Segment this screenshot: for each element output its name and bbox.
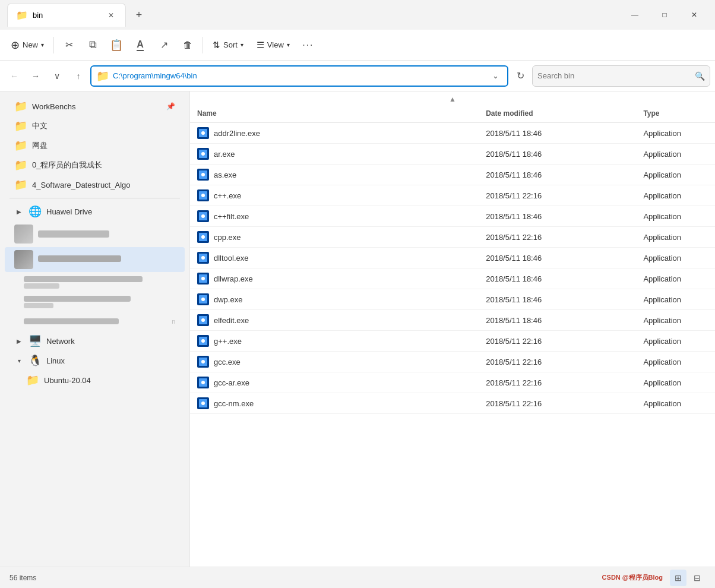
- detail-view-button[interactable]: ⊟: [689, 570, 705, 586]
- exe-icon-13: [197, 397, 209, 409]
- delete-button[interactable]: 🗑: [176, 34, 199, 56]
- share-button[interactable]: ↗: [153, 34, 175, 56]
- close-button[interactable]: ✕: [681, 5, 708, 24]
- view-dropdown-icon: ▾: [287, 42, 290, 48]
- file-date-6: 2018/5/11 18:46: [479, 248, 636, 268]
- file-date-8: 2018/5/11 18:46: [479, 289, 636, 310]
- list-view-button[interactable]: ⊞: [670, 570, 686, 586]
- refresh-button[interactable]: ↻: [511, 67, 530, 86]
- file-date-11: 2018/5/11 22:16: [479, 352, 636, 372]
- back-button[interactable]: ←: [5, 67, 24, 86]
- address-dropdown-button[interactable]: ⌄: [488, 69, 502, 83]
- back-icon: ←: [10, 71, 18, 81]
- table-row[interactable]: c++.exe 2018/5/11 22:16 Application: [190, 185, 715, 206]
- sidebar-item-wangpan[interactable]: 📁 网盘: [5, 136, 185, 155]
- sidebar-blurred-item-1[interactable]: [5, 222, 185, 246]
- sidebar-item-zhongwen[interactable]: 📁 中文: [5, 116, 185, 135]
- exe-icon-dot-8: [201, 298, 205, 301]
- file-name-5: cpp.exe: [214, 233, 241, 242]
- sort-button[interactable]: ⇅ Sort ▾: [207, 34, 249, 56]
- address-input[interactable]: [113, 71, 485, 80]
- table-row[interactable]: dlltool.exe 2018/5/11 18:46 Application: [190, 248, 715, 268]
- sidebar-item-algo[interactable]: 📁 4_Software_Datestruct_Algo: [5, 175, 185, 194]
- file-date-1: 2018/5/11 18:46: [479, 144, 636, 165]
- forward-button[interactable]: →: [26, 67, 45, 86]
- network-label: Network: [46, 337, 75, 346]
- exe-icon-inner-0: [199, 129, 207, 137]
- recent-button[interactable]: ∨: [48, 67, 67, 86]
- search-icon[interactable]: 🔍: [695, 71, 705, 81]
- file-name-12: gcc-ar.exe: [214, 378, 249, 387]
- exe-icon-dot-3: [201, 194, 205, 197]
- table-row[interactable]: ar.exe 2018/5/11 18:46 Application: [190, 144, 715, 165]
- table-row[interactable]: cpp.exe 2018/5/11 22:16 Application: [190, 227, 715, 248]
- table-row[interactable]: gcc-nm.exe 2018/5/11 22:16 Application: [190, 393, 715, 414]
- search-input[interactable]: [537, 71, 691, 80]
- sort-label: Sort: [223, 40, 238, 49]
- copy-button[interactable]: ⧉: [81, 34, 104, 56]
- table-row[interactable]: as.exe 2018/5/11 18:46 Application: [190, 165, 715, 185]
- view-button[interactable]: ☰ View ▾: [251, 34, 296, 56]
- rename-button[interactable]: A: [129, 34, 151, 56]
- table-row[interactable]: dllwrap.exe 2018/5/11 18:46 Application: [190, 268, 715, 289]
- table-row[interactable]: g++.exe 2018/5/11 22:16 Application: [190, 331, 715, 352]
- sidebar-selected-blurred-item[interactable]: [5, 247, 185, 272]
- cut-button[interactable]: ✂: [58, 34, 80, 56]
- file-name-0: addr2line.exe: [214, 129, 260, 138]
- table-row[interactable]: c++filt.exe 2018/5/11 18:46 Application: [190, 206, 715, 227]
- exe-icon-inner-11: [199, 358, 207, 366]
- minimize-button[interactable]: —: [621, 5, 648, 24]
- address-bar[interactable]: 📁 ⌄: [90, 65, 508, 87]
- exe-icon-8: [197, 293, 209, 305]
- file-name-6: dlltool.exe: [214, 254, 249, 263]
- file-type-12: Application: [636, 372, 715, 393]
- sidebar-item-label: 中文: [32, 121, 48, 131]
- up-button[interactable]: ↑: [69, 67, 88, 86]
- file-date-0: 2018/5/11 18:46: [479, 123, 636, 144]
- sidebar-item-workbenchs[interactable]: 📁 WorkBenchs 📌: [5, 97, 185, 116]
- table-row[interactable]: dwp.exe 2018/5/11 18:46 Application: [190, 289, 715, 310]
- sidebar-item-linux[interactable]: ▾ 🐧 Linux: [5, 351, 185, 370]
- rename-icon: A: [137, 39, 144, 51]
- tab-close-button[interactable]: ✕: [105, 10, 117, 21]
- sidebar-item-huawei-drive[interactable]: ▶ 🌐 Huawei Drive: [5, 202, 185, 221]
- add-tab-button[interactable]: +: [128, 4, 150, 26]
- window-controls: — □ ✕: [621, 5, 708, 24]
- file-name-cell-0: addr2line.exe: [190, 123, 479, 144]
- sidebar-item-network[interactable]: ▶ 🖥️ Network: [5, 331, 185, 350]
- more-button[interactable]: ···: [297, 34, 319, 56]
- sidebar-item-ubuntu[interactable]: 📁 Ubuntu-20.04: [5, 371, 185, 390]
- exe-icon-dot-6: [201, 256, 205, 260]
- table-row[interactable]: gcc-ar.exe 2018/5/11 22:16 Application: [190, 372, 715, 393]
- paste-button[interactable]: 📋: [105, 34, 128, 56]
- maximize-button[interactable]: □: [651, 5, 678, 24]
- address-dropdown-icon: ⌄: [492, 71, 499, 80]
- sidebar-blurred-item-3[interactable]: [5, 292, 185, 311]
- exe-icon-9: [197, 314, 209, 326]
- search-box[interactable]: 🔍: [532, 65, 710, 87]
- exe-icon-6: [197, 252, 209, 264]
- sidebar-blurred-item-4[interactable]: n: [5, 312, 185, 331]
- view-icon: ☰: [257, 40, 264, 50]
- file-type-7: Application: [636, 268, 715, 289]
- col-type-header[interactable]: Type: [636, 105, 715, 123]
- exe-icon-dot-1: [201, 152, 205, 156]
- sidebar-item-self-growth[interactable]: 📁 0_程序员的自我成长: [5, 156, 185, 175]
- table-row[interactable]: addr2line.exe 2018/5/11 18:46 Applicatio…: [190, 123, 715, 144]
- col-date-header[interactable]: Date modified: [479, 105, 636, 123]
- huawei-drive-label: Huawei Drive: [46, 207, 92, 216]
- sidebar-blurred-item-2[interactable]: [5, 273, 185, 292]
- pin-icon: 📌: [166, 102, 175, 110]
- active-tab[interactable]: 📁 bin ✕: [7, 3, 126, 27]
- exe-icon-dot-13: [201, 402, 205, 405]
- table-row[interactable]: gcc.exe 2018/5/11 22:16 Application: [190, 352, 715, 372]
- new-button[interactable]: ⊕ New ▾: [5, 34, 50, 56]
- maximize-icon: □: [662, 11, 666, 19]
- blurred-text-3a: [24, 296, 131, 302]
- exe-icon-dot-10: [201, 339, 205, 343]
- expand-icon: ▶: [14, 207, 24, 216]
- table-row[interactable]: elfedit.exe 2018/5/11 18:46 Application: [190, 310, 715, 331]
- col-name-header[interactable]: Name: [190, 105, 479, 123]
- sort-indicator[interactable]: ▲: [190, 91, 715, 105]
- exe-icon-0: [197, 127, 209, 139]
